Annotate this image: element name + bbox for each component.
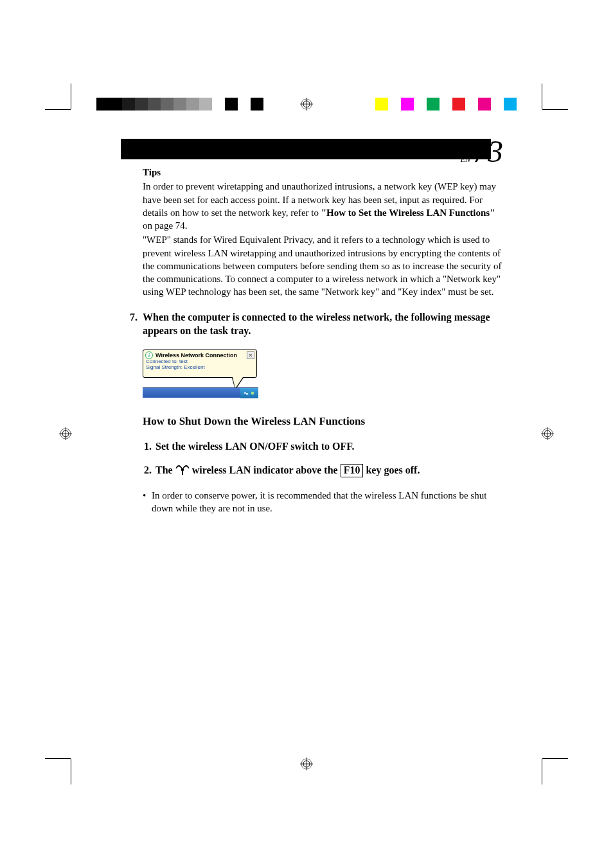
tips-p1-text-b: on page 74. xyxy=(143,220,188,231)
page-number-value: 73 xyxy=(473,134,502,168)
taskbar xyxy=(143,387,258,398)
step-2-post: key goes off. xyxy=(363,465,420,475)
tray-network-icon xyxy=(244,391,249,396)
close-icon[interactable]: × xyxy=(247,351,254,359)
registration-mark-right xyxy=(541,427,554,440)
tips-paragraph-1: In order to prevent wiretapping and unau… xyxy=(143,180,502,232)
bullet-note: • In order to conserve power, it is reco… xyxy=(143,489,502,515)
step-2-number: 2. xyxy=(139,463,152,477)
step-2: 2. The wireless LAN indicator above the … xyxy=(143,463,502,477)
section-heading-shutdown: How to Shut Down the Wireless LAN Functi… xyxy=(143,414,502,429)
step-7-text: When the computer is connected to the wi… xyxy=(143,310,502,338)
registration-mark-bottom xyxy=(300,757,313,770)
bullet-text: In order to conserve power, it is recomm… xyxy=(152,489,502,515)
svg-rect-16 xyxy=(244,392,246,393)
wireless-lan-icon xyxy=(175,465,190,475)
tips-p1-bold-ref: "How to Set the Wireless LAN Functions" xyxy=(321,208,495,218)
taskbar-notification-sample: i Wireless Network Connection × Connecte… xyxy=(143,350,258,398)
bullet-dot: • xyxy=(143,489,152,515)
tips-paragraph-2: "WEP" stands for Wired Equivalent Privac… xyxy=(143,233,502,298)
notification-balloon: i Wireless Network Connection × Connecte… xyxy=(143,350,257,378)
tips-heading: Tips xyxy=(143,166,502,179)
step-1-text: Set the wireless LAN ON/OFF switch to OF… xyxy=(155,439,502,454)
svg-point-19 xyxy=(181,468,184,472)
registration-mark-left xyxy=(59,427,72,440)
tray-volume-icon xyxy=(250,391,255,396)
svg-point-18 xyxy=(251,391,254,394)
step-2-pre: The xyxy=(155,465,175,475)
notification-line-2: Signal Strength: Excellent xyxy=(146,365,254,371)
step-1-number: 1. xyxy=(139,439,152,454)
step-2-mid: wireless LAN indicator above the xyxy=(190,465,341,475)
step-7: 7. When the computer is connected to the… xyxy=(143,310,502,338)
notification-title: Wireless Network Connection xyxy=(155,351,237,359)
page-number: EN 73 xyxy=(461,134,502,169)
registration-mark-top xyxy=(300,98,313,111)
svg-rect-17 xyxy=(246,393,248,394)
grayscale-color-bar xyxy=(96,98,263,111)
page-lang-label: EN xyxy=(461,155,470,164)
f10-key-icon: F10 xyxy=(341,464,364,477)
step-1: 1. Set the wireless LAN ON/OFF switch to… xyxy=(143,439,502,454)
page-body: Tips In order to prevent wiretapping and… xyxy=(143,166,502,515)
step-7-number: 7. xyxy=(125,310,138,338)
header-black-bar xyxy=(121,139,491,159)
info-icon: i xyxy=(145,351,153,359)
system-tray xyxy=(240,388,258,398)
step-2-text: The wireless LAN indicator above the F10… xyxy=(155,463,502,477)
process-color-bar xyxy=(375,98,517,111)
